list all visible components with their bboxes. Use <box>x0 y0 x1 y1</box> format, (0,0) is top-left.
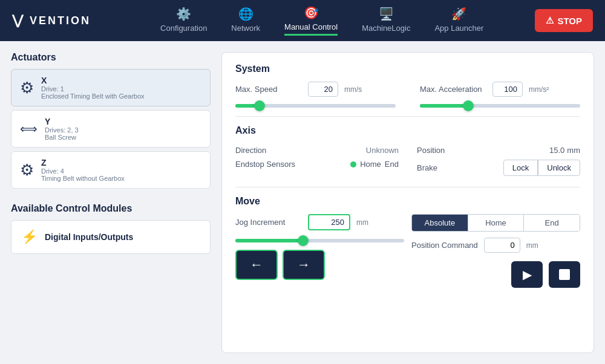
max-speed-unit: mm/s <box>344 85 362 94</box>
actuator-y-icon: ⟺ <box>20 122 38 136</box>
max-accel-slider-thumb[interactable] <box>463 100 474 111</box>
brake-unlock-button[interactable]: Unlock <box>538 160 580 176</box>
axis-right-col: Position 15.0 mm Brake Lock Unlock <box>417 143 580 178</box>
endstop-dot <box>350 161 356 167</box>
axis-grid: Direction Unknown Endstop Sensors Home E… <box>235 143 580 178</box>
endstop-values: Home End <box>350 160 399 169</box>
system-section: System Max. Speed 20 mm/s <box>235 63 580 117</box>
logo-text: VENTION <box>30 15 91 27</box>
direction-row: Direction Unknown <box>235 143 399 157</box>
stop-execute-button[interactable] <box>549 261 580 288</box>
stop-square-icon <box>559 269 570 280</box>
configuration-icon: ⚙️ <box>176 7 191 21</box>
move-right: Absolute Home End Position Command mm ▶ <box>411 214 580 288</box>
max-accel-slider-track[interactable] <box>420 104 580 108</box>
actuator-x-icon: ⚙ <box>20 79 34 97</box>
jog-input[interactable] <box>308 214 350 230</box>
nav-machine-logic[interactable]: 🖥️ MachineLogic <box>362 7 410 35</box>
stop-warning-icon: ⚠ <box>546 15 554 26</box>
max-accel-label: Max. Acceleration <box>420 85 486 94</box>
endstop-label: Endstop Sensors <box>235 160 295 169</box>
actuator-z-icon: ⚙ <box>20 161 34 180</box>
jog-buttons: ← → <box>235 250 404 280</box>
endstop-row: Endstop Sensors Home End <box>235 157 399 171</box>
max-accel-unit: mm/s² <box>529 85 549 94</box>
jog-left-button[interactable]: ← <box>235 250 278 280</box>
actuator-y[interactable]: ⟺ Y Drives: 2, 3 Ball Screw <box>11 110 211 148</box>
nav-configuration[interactable]: ⚙️ Configuration <box>160 7 207 35</box>
control-modules-title: Available Control Modules <box>11 203 211 214</box>
max-speed-field: Max. Speed 20 mm/s <box>235 82 396 108</box>
direction-value: Unknown <box>366 146 399 155</box>
brake-buttons: Lock Unlock <box>503 160 580 176</box>
jog-section: Jog Increment mm ← → <box>235 214 404 288</box>
max-accel-field: Max. Acceleration 100 mm/s² <box>420 82 580 108</box>
play-icon: ▶ <box>523 267 532 282</box>
execute-buttons: ▶ <box>411 261 580 288</box>
stop-button[interactable]: ⚠ STOP <box>535 9 593 32</box>
logo: ⋁ VENTION <box>12 13 109 28</box>
app-launcher-icon: 🚀 <box>451 7 466 21</box>
max-speed-slider-track[interactable] <box>235 104 396 108</box>
max-accel-slider-fill <box>420 104 468 108</box>
actuators-section: Actuators ⚙ X Drive: 1 Enclosed Timing B… <box>11 52 211 189</box>
nav-manual-control[interactable]: 🎯 Manual Control <box>284 5 338 36</box>
max-speed-slider-thumb[interactable] <box>254 100 265 111</box>
move-tabs: Absolute Home End <box>411 214 580 232</box>
system-row: Max. Speed 20 mm/s Max. Acceleration 100… <box>235 82 580 108</box>
axis-left-col: Direction Unknown Endstop Sensors Home E… <box>235 143 399 178</box>
actuator-x[interactable]: ⚙ X Drive: 1 Enclosed Timing Belt with G… <box>11 69 211 106</box>
jog-left-arrow-icon: ← <box>250 257 263 273</box>
control-modules-section: Available Control Modules ⚡ Digital Inpu… <box>11 203 211 254</box>
tab-absolute[interactable]: Absolute <box>412 215 468 231</box>
max-speed-value[interactable]: 20 <box>308 82 338 97</box>
position-cmd-unit: mm <box>526 241 538 250</box>
nav-network[interactable]: 🌐 Network <box>231 7 260 35</box>
actuator-z[interactable]: ⚙ Z Drive: 4 Timing Belt without Gearbox <box>11 151 211 189</box>
move-section: Move Jog Increment mm ← <box>235 196 580 288</box>
position-label: Position <box>417 146 445 155</box>
main-content: Actuators ⚙ X Drive: 1 Enclosed Timing B… <box>0 41 605 364</box>
move-grid: Jog Increment mm ← → <box>235 214 580 288</box>
digital-io-icon: ⚡ <box>21 229 38 245</box>
jog-right-button[interactable]: → <box>283 250 325 280</box>
brake-label: Brake <box>417 163 437 172</box>
jog-slider-fill <box>235 239 303 242</box>
position-cmd-input[interactable] <box>484 238 520 253</box>
machine-logic-icon: 🖥️ <box>379 7 394 21</box>
digital-io-module[interactable]: ⚡ Digital Inputs/Outputs <box>11 220 211 254</box>
network-icon: 🌐 <box>238 7 253 21</box>
endstop-end: End <box>385 160 399 169</box>
tab-home[interactable]: Home <box>468 215 525 231</box>
move-title: Move <box>235 196 580 207</box>
direction-label: Direction <box>235 146 266 155</box>
axis-title: Axis <box>235 125 580 136</box>
max-speed-label: Max. Speed <box>235 85 302 94</box>
position-row: Position 15.0 mm <box>417 143 580 157</box>
max-accel-value[interactable]: 100 <box>492 82 523 97</box>
jog-label: Jog Increment <box>235 218 302 227</box>
axis-section: Axis Direction Unknown Endstop Sensors H… <box>235 125 580 187</box>
manual-control-icon: 🎯 <box>304 5 319 20</box>
max-speed-row: Max. Speed 20 mm/s <box>235 82 396 97</box>
brake-row: Brake Lock Unlock <box>417 157 580 178</box>
jog-row: Jog Increment mm <box>235 214 404 230</box>
actuators-list: ⚙ X Drive: 1 Enclosed Timing Belt with G… <box>11 69 211 189</box>
nav-app-launcher[interactable]: 🚀 App Launcher <box>434 7 483 35</box>
main-nav: ⚙️ Configuration 🌐 Network 🎯 Manual Cont… <box>109 5 535 36</box>
tab-end[interactable]: End <box>524 215 580 231</box>
play-button[interactable]: ▶ <box>511 261 543 288</box>
position-cmd-label: Position Command <box>411 241 478 250</box>
jog-slider-thumb[interactable] <box>298 235 309 246</box>
right-panel: System Max. Speed 20 mm/s <box>221 52 594 353</box>
position-value: 15.0 mm <box>549 146 580 155</box>
actuator-x-info: X Drive: 1 Enclosed Timing Belt with Gea… <box>41 76 145 100</box>
actuators-title: Actuators <box>11 52 211 63</box>
brake-lock-button[interactable]: Lock <box>503 160 538 176</box>
endstop-home: Home <box>360 160 381 169</box>
jog-unit: mm <box>356 218 368 227</box>
max-accel-row: Max. Acceleration 100 mm/s² <box>420 82 580 97</box>
position-cmd-row: Position Command mm <box>411 238 580 253</box>
actuator-z-info: Z Drive: 4 Timing Belt without Gearbox <box>41 158 125 182</box>
jog-slider-track[interactable] <box>235 239 404 242</box>
